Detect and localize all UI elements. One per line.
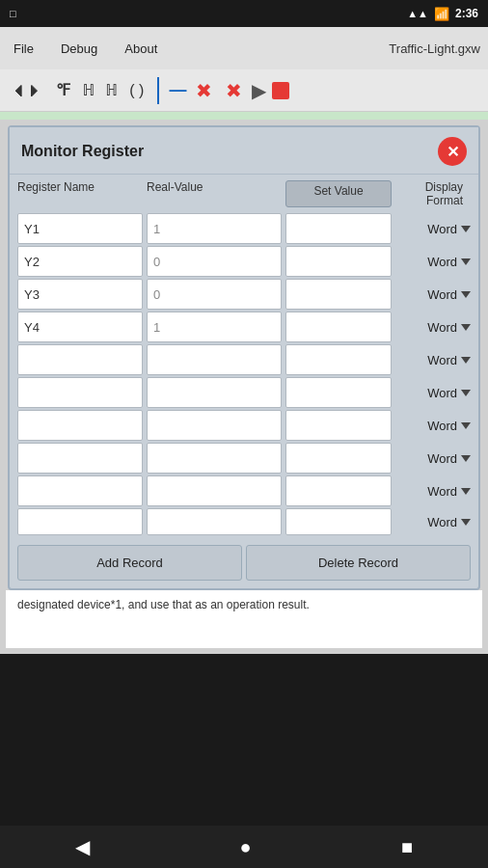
close-button[interactable]: ✕: [438, 137, 467, 166]
set-value-input-7[interactable]: [285, 443, 392, 474]
contact-rising-icon[interactable]: ℍ: [80, 79, 97, 101]
real-value-input-6[interactable]: [147, 410, 282, 441]
display-format-dropdown-1[interactable]: [461, 258, 471, 265]
set-value-input-0[interactable]: [285, 213, 392, 244]
real-value-input-3[interactable]: [147, 312, 282, 342]
display-format-label-2: Word: [427, 287, 457, 302]
dialog-title: Monitor Register: [21, 143, 144, 160]
register-name-input-6[interactable]: [17, 410, 143, 441]
display-format-label-6: Word: [427, 419, 457, 433]
set-value-input-6[interactable]: [285, 410, 392, 441]
real-value-input-4[interactable]: [147, 344, 282, 375]
set-value-input-2[interactable]: [285, 279, 392, 310]
display-format-dropdown-3[interactable]: [461, 324, 471, 331]
menu-file[interactable]: File: [8, 38, 40, 60]
col-display-format: Display Format: [395, 180, 471, 207]
register-name-input-1[interactable]: [17, 246, 143, 277]
battery-icon: □: [10, 8, 16, 19]
contact-normally-open-icon[interactable]: ⏴⏵: [8, 79, 46, 101]
real-value-input-1[interactable]: [147, 246, 282, 277]
delete-record-button[interactable]: Delete Record: [246, 545, 471, 581]
bottom-nav: ◀ ● ■: [0, 826, 488, 868]
set-value-input-3[interactable]: [285, 312, 392, 342]
col-real-value: Real-Value: [147, 180, 282, 207]
display-format-cell-3: Word: [395, 320, 471, 335]
table-row: Word: [17, 312, 471, 342]
table-header: Register Name Real-Value Set Value Displ…: [10, 175, 478, 211]
contact-normally-closed-icon[interactable]: ℉: [52, 79, 74, 101]
dialog-footer: Add Record Delete Record: [10, 539, 478, 588]
dialog-header: Monitor Register ✕: [10, 127, 478, 175]
display-format-label-1: Word: [427, 255, 457, 269]
real-value-input-0[interactable]: [147, 213, 282, 244]
real-value-input-9[interactable]: [147, 508, 282, 535]
display-format-cell-7: Word: [395, 451, 471, 466]
set-value-input-8[interactable]: [285, 475, 392, 506]
back-button[interactable]: ◀: [75, 835, 90, 858]
menu-about[interactable]: About: [119, 38, 163, 60]
recent-button[interactable]: ■: [401, 836, 413, 858]
register-name-input-8[interactable]: [17, 475, 143, 506]
contact-falling-icon[interactable]: ℍ: [103, 79, 121, 101]
register-name-input-0[interactable]: [17, 213, 143, 244]
real-value-input-2[interactable]: [147, 279, 282, 310]
register-name-input-3[interactable]: [17, 312, 143, 342]
crosshair-red2-icon[interactable]: ✖: [222, 77, 246, 104]
stop-icon[interactable]: [272, 82, 289, 99]
background-text: designated device*1, and use that as an …: [6, 590, 482, 648]
home-button[interactable]: ●: [239, 836, 251, 858]
register-name-input-5[interactable]: [17, 377, 143, 408]
crosshair-red-icon[interactable]: ✖: [192, 77, 216, 104]
monitor-register-dialog: Monitor Register ✕ Register Name Real-Va…: [8, 125, 480, 590]
display-format-dropdown-0[interactable]: [461, 226, 471, 232]
signal-icon: ▲▲: [407, 8, 428, 19]
set-value-input-9[interactable]: [285, 508, 392, 535]
display-format-cell-9: Word: [395, 515, 471, 529]
menu-debug[interactable]: Debug: [55, 38, 103, 60]
register-name-input-4[interactable]: [17, 344, 143, 375]
line-icon[interactable]: ―: [169, 80, 186, 100]
table-row: Word: [17, 377, 471, 408]
display-format-label-4: Word: [427, 353, 457, 367]
display-format-dropdown-2[interactable]: [461, 291, 471, 298]
display-format-cell-4: Word: [395, 353, 471, 367]
display-format-label-9: Word: [427, 515, 457, 529]
display-format-dropdown-9[interactable]: [461, 519, 471, 526]
display-format-dropdown-6[interactable]: [461, 422, 471, 429]
real-value-input-7[interactable]: [147, 443, 282, 474]
real-value-input-8[interactable]: [147, 475, 282, 506]
app-title: Traffic-Light.gxw: [389, 41, 480, 56]
set-value-input-4[interactable]: [285, 344, 392, 375]
display-format-label-8: Word: [427, 484, 457, 499]
display-format-label-5: Word: [427, 386, 457, 400]
register-name-input-2[interactable]: [17, 279, 143, 310]
set-value-input-1[interactable]: [285, 246, 392, 277]
display-format-cell-5: Word: [395, 386, 471, 400]
set-value-button[interactable]: Set Value: [285, 180, 392, 207]
real-value-input-5[interactable]: [147, 377, 282, 408]
bg-text-content: designated device*1, and use that as an …: [17, 598, 310, 611]
display-format-dropdown-7[interactable]: [461, 455, 471, 462]
table-body: Word Word Word: [10, 211, 478, 539]
app-bar: File Debug About Traffic-Light.gxw: [0, 27, 488, 69]
set-value-input-5[interactable]: [285, 377, 392, 408]
table-row: Word: [17, 508, 471, 535]
display-format-dropdown-4[interactable]: [461, 357, 471, 364]
play-icon[interactable]: ▶: [252, 79, 266, 102]
display-format-dropdown-8[interactable]: [461, 488, 471, 495]
register-name-input-7[interactable]: [17, 443, 143, 474]
table-row: Word: [17, 410, 471, 441]
table-row: Word: [17, 213, 471, 244]
status-bar: □ ▲▲ 📶 2:36: [0, 0, 488, 27]
display-format-cell-2: Word: [395, 287, 471, 302]
display-format-dropdown-5[interactable]: [461, 390, 471, 396]
coil-icon[interactable]: ( ): [125, 80, 148, 101]
display-format-cell-0: Word: [395, 222, 471, 236]
table-row: Word: [17, 443, 471, 474]
display-format-cell-1: Word: [395, 255, 471, 269]
green-bar: [0, 112, 488, 120]
col-register-name: Register Name: [17, 180, 143, 207]
add-record-button[interactable]: Add Record: [17, 545, 242, 581]
display-format-label-7: Word: [427, 451, 457, 466]
register-name-input-9[interactable]: [17, 508, 143, 535]
